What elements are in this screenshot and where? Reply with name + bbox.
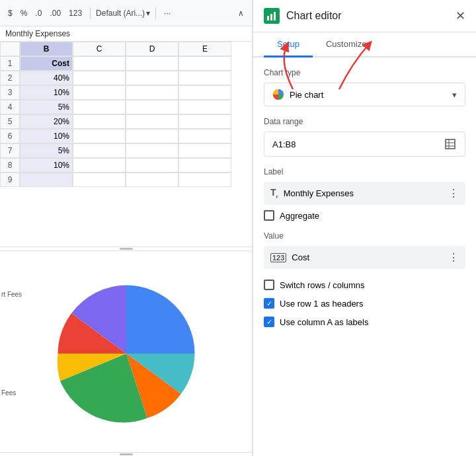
close-button[interactable]: ✕: [456, 10, 465, 22]
cell-e3[interactable]: [178, 85, 231, 100]
row-num-7: 7: [0, 143, 20, 158]
tab-customize[interactable]: Customize: [313, 32, 379, 57]
switch-rows-cols-checkbox[interactable]: [264, 280, 274, 290]
tabs: Setup Customize: [253, 32, 476, 57]
collapse-button[interactable]: ∧: [235, 7, 247, 19]
data-range-label: Data range: [264, 117, 465, 126]
cell-c2[interactable]: [73, 71, 126, 85]
use-row-header-row: ✓ Use row 1 as headers: [264, 298, 465, 309]
cell-e5[interactable]: [178, 114, 231, 129]
currency-button[interactable]: $: [5, 7, 15, 19]
cell-d2[interactable]: [126, 71, 178, 85]
aggregate-label: Aggregate: [280, 211, 319, 221]
switch-rows-cols-label: Switch rows / columns: [280, 280, 365, 290]
cell-d1[interactable]: [126, 56, 178, 71]
cell-e2[interactable]: [178, 71, 231, 85]
cell-d8[interactable]: [126, 158, 178, 172]
data-range-row[interactable]: A1:B8: [264, 132, 465, 157]
chart-resize-handle[interactable]: [0, 452, 252, 456]
svg-rect-0: [267, 16, 269, 20]
table-row[interactable]: 8 10%: [0, 158, 252, 172]
percent-button[interactable]: %: [18, 7, 30, 19]
use-col-label-row: ✓ Use column A as labels: [264, 317, 465, 327]
cell-d6[interactable]: [126, 129, 178, 143]
cell-b2[interactable]: 40%: [20, 71, 73, 85]
label-value: Monthly Expenses: [284, 188, 354, 198]
font-dropdown[interactable]: Default (Ari...) ▾: [96, 9, 150, 18]
table-row[interactable]: 4 5%: [0, 100, 252, 114]
use-row-header-label: Use row 1 as headers: [280, 299, 363, 309]
svg-rect-1: [270, 14, 272, 20]
cell-b6[interactable]: 10%: [20, 129, 73, 143]
chart-type-inner: Pie chart: [272, 89, 323, 100]
use-col-label-checkbox[interactable]: ✓: [264, 317, 274, 327]
table-row[interactable]: 6 10%: [0, 129, 252, 143]
value-inner: 123 Cost: [270, 252, 309, 262]
cell-e1[interactable]: [178, 56, 231, 71]
chart-label-fees2: Fees: [1, 389, 16, 397]
value-menu-button[interactable]: ⋮: [448, 251, 459, 264]
chart-type-dropdown[interactable]: Pie chart ▾: [264, 83, 465, 106]
col-header-e: E: [178, 42, 231, 56]
pie-chart[interactable]: [0, 251, 252, 456]
toolbar: $ % .0 .00 123 Default (Ari...) ▾ ··· ∧: [0, 0, 252, 26]
cell-c8[interactable]: [73, 158, 126, 172]
cell-d4[interactable]: [126, 100, 178, 114]
table-icon: [444, 137, 457, 151]
table-icon-svg: [445, 139, 456, 149]
cell-e6[interactable]: [178, 129, 231, 143]
aggregate-row: Aggregate: [264, 210, 465, 221]
cell-c6[interactable]: [73, 129, 126, 143]
editor-header-left: Chart editor: [264, 8, 342, 24]
cell-e8[interactable]: [178, 158, 231, 172]
column-header-row: B C D E: [0, 42, 252, 56]
table-row[interactable]: 1 Cost: [0, 56, 252, 71]
decimal-increase-button[interactable]: .00: [47, 7, 63, 19]
cell-d5[interactable]: [126, 114, 178, 129]
editor-title: Chart editor: [286, 10, 342, 22]
table-row[interactable]: 2 40%: [0, 71, 252, 85]
number-format-button[interactable]: 123: [66, 7, 85, 19]
cell-d7[interactable]: [126, 143, 178, 158]
cell-c3[interactable]: [73, 85, 126, 100]
label-row[interactable]: Tr Monthly Expenses ⋮: [264, 182, 465, 205]
spreadsheet-grid[interactable]: B C D E 1 Cost 2 40% 3 10%: [0, 42, 252, 247]
use-row-header-checkbox[interactable]: ✓: [264, 298, 274, 309]
row-num-5: 5: [0, 114, 20, 129]
cell-b5[interactable]: 20%: [20, 114, 73, 129]
toolbar-separator: [90, 7, 91, 19]
cell-b1[interactable]: Cost: [20, 56, 73, 71]
editor-header: Chart editor ✕: [253, 0, 476, 32]
cell-b3[interactable]: 10%: [20, 85, 73, 100]
chart-resize-indicator: [120, 453, 133, 455]
editor-body: Chart type Pie chart ▾ Data range A1:B8: [253, 57, 476, 456]
aggregate-checkbox[interactable]: [264, 210, 274, 221]
tab-setup[interactable]: Setup: [264, 32, 313, 57]
cell-c1[interactable]: [73, 56, 126, 71]
chart-container[interactable]: rt Fees Fees: [0, 250, 252, 456]
table-row[interactable]: 7 5%: [0, 143, 252, 158]
cell-e7[interactable]: [178, 143, 231, 158]
cell-d3[interactable]: [126, 85, 178, 100]
decimal-decrease-button[interactable]: .0: [32, 7, 44, 19]
cell-b8[interactable]: 10%: [20, 158, 73, 172]
resize-indicator: [120, 248, 133, 250]
cell-c5[interactable]: [73, 114, 126, 129]
row-num-1: 1: [0, 56, 20, 71]
table-row[interactable]: 5 20%: [0, 114, 252, 129]
cell-c7[interactable]: [73, 143, 126, 158]
col-header-c: C: [73, 42, 126, 56]
row-num-8: 8: [0, 158, 20, 172]
cell-e4[interactable]: [178, 100, 231, 114]
value-value: Cost: [292, 252, 309, 262]
cell-b7[interactable]: 5%: [20, 143, 73, 158]
table-row: 9: [0, 172, 252, 187]
value-section-title: Value: [264, 231, 465, 241]
col-header-b: B: [20, 42, 73, 56]
more-button[interactable]: ···: [161, 7, 173, 19]
label-menu-button[interactable]: ⋮: [448, 187, 459, 200]
value-row[interactable]: 123 Cost ⋮: [264, 246, 465, 269]
cell-b4[interactable]: 5%: [20, 100, 73, 114]
cell-c4[interactable]: [73, 100, 126, 114]
table-row[interactable]: 3 10%: [0, 85, 252, 100]
